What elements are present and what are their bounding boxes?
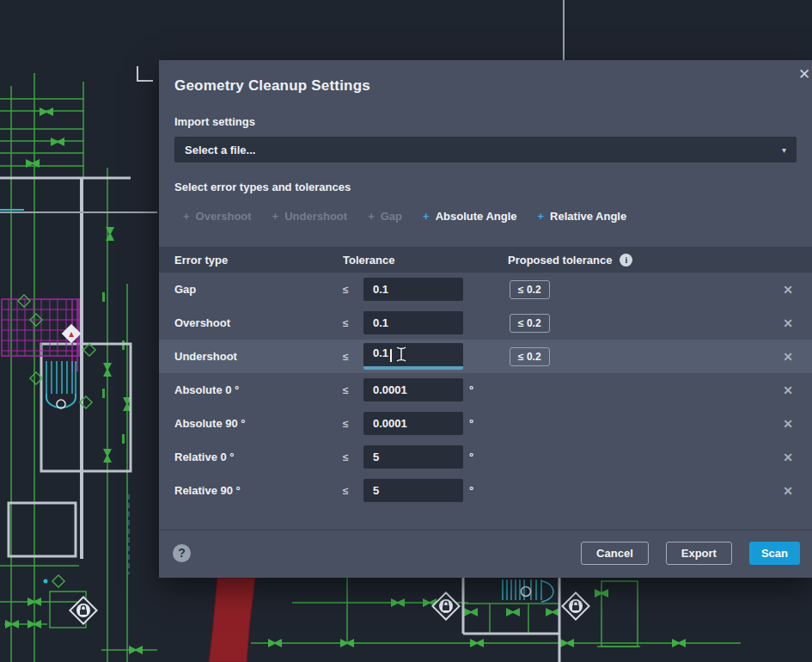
table-row: Overshoot ≤ ≤ 0.2 ✕: [159, 306, 812, 340]
lte-operator: ≤: [343, 384, 363, 396]
plus-icon: +: [183, 210, 190, 223]
info-icon[interactable]: i: [620, 254, 632, 267]
unit-label: °: [463, 484, 494, 497]
table-row: Undershoot ≤ ≤ 0.2 ✕: [159, 340, 812, 373]
remove-row-icon[interactable]: ✕: [783, 283, 797, 297]
table-row: Relative 90 ° ≤ ° ✕: [159, 474, 812, 507]
chevron-down-icon: ▾: [782, 145, 786, 155]
header-error-type: Error type: [174, 254, 343, 267]
header-tolerance: Tolerance: [343, 254, 463, 267]
import-file-select[interactable]: Select a file... ▾: [174, 137, 797, 162]
close-icon[interactable]: ✕: [798, 65, 810, 83]
table-row: Absolute 90 ° ≤ ° ✕: [159, 407, 812, 440]
table-header-row: Error type Tolerance Proposed tolerance …: [159, 247, 812, 273]
lte-operator: ≤: [343, 485, 363, 497]
geometry-cleanup-dialog: Geometry Cleanup Settings ✕ Import setti…: [159, 60, 812, 578]
error-type-label: Overshoot: [174, 316, 343, 329]
app-canvas: Geometry Cleanup Settings ✕ Import setti…: [0, 0, 812, 662]
text-caret: [390, 349, 392, 362]
header-proposed-label: Proposed tolerance: [508, 254, 612, 267]
cancel-button[interactable]: Cancel: [581, 542, 649, 565]
proposed-tolerance-chip[interactable]: ≤ 0.2: [510, 314, 550, 333]
add-button-label: Overshoot: [196, 210, 252, 223]
ibeam-cursor: [395, 346, 407, 363]
remove-row-icon[interactable]: ✕: [783, 451, 797, 464]
remove-row-icon[interactable]: ✕: [783, 383, 797, 397]
unit-label: °: [463, 417, 494, 430]
error-types-label: Select error types and tolerances: [174, 181, 797, 193]
add-button-label: Absolute Angle: [436, 210, 517, 223]
lte-operator: ≤: [343, 284, 363, 296]
tolerance-input[interactable]: [363, 311, 463, 334]
tolerance-input[interactable]: [363, 412, 463, 435]
table-row: Gap ≤ ≤ 0.2 ✕: [159, 273, 812, 306]
dialog-titlebar: Geometry Cleanup Settings ✕: [159, 60, 812, 95]
table-row: Absolute 0 ° ≤ ° ✕: [159, 373, 812, 407]
add-gap-button: + Gap: [368, 210, 402, 223]
lte-operator: ≤: [343, 451, 363, 463]
lte-operator: ≤: [343, 317, 363, 329]
export-button[interactable]: Export: [666, 542, 732, 565]
lte-operator: ≤: [343, 351, 363, 363]
add-button-label: Relative Angle: [550, 210, 626, 223]
tolerance-input[interactable]: [363, 445, 463, 469]
dialog-title: Geometry Cleanup Settings: [174, 77, 797, 95]
unit-label: °: [463, 451, 494, 463]
scan-button[interactable]: Scan: [749, 542, 800, 565]
error-type-label: Relative 0 °: [174, 451, 343, 463]
tolerance-input[interactable]: [363, 479, 463, 502]
error-type-label: Absolute 0 °: [174, 383, 343, 396]
plus-icon: +: [272, 210, 279, 223]
import-settings-label: Import settings: [174, 115, 797, 128]
tolerance-input-focused[interactable]: [363, 343, 463, 370]
add-undershoot-button: + Undershoot: [272, 210, 348, 223]
error-type-label: Absolute 90 °: [174, 417, 343, 430]
add-button-label: Undershoot: [284, 210, 347, 223]
proposed-tolerance-chip[interactable]: ≤ 0.2: [510, 347, 550, 366]
error-type-label: Undershoot: [174, 350, 343, 363]
remove-row-icon[interactable]: ✕: [783, 350, 797, 364]
tolerance-input[interactable]: [363, 278, 463, 301]
remove-row-icon[interactable]: ✕: [783, 417, 797, 431]
remove-row-icon[interactable]: ✕: [783, 484, 797, 498]
remove-row-icon[interactable]: ✕: [783, 316, 797, 330]
plus-icon: +: [423, 210, 430, 223]
lte-operator: ≤: [343, 418, 363, 430]
add-relative-angle-button[interactable]: + Relative Angle: [538, 210, 627, 223]
add-error-type-row: + Overshoot + Undershoot + Gap + Absolut…: [183, 208, 797, 224]
error-type-label: Gap: [174, 283, 343, 296]
add-button-label: Gap: [381, 210, 402, 223]
tolerance-table: Error type Tolerance Proposed tolerance …: [159, 247, 812, 507]
header-proposed: Proposed tolerance i: [494, 254, 767, 267]
error-type-label: Relative 90 °: [174, 484, 343, 497]
table-row: Relative 0 ° ≤ ° ✕: [159, 440, 812, 474]
dialog-footer: ? Cancel Export Scan: [159, 530, 812, 575]
tolerance-input[interactable]: [363, 378, 463, 401]
add-absolute-angle-button[interactable]: + Absolute Angle: [423, 210, 516, 223]
unit-label: °: [463, 383, 494, 396]
proposed-tolerance-chip[interactable]: ≤ 0.2: [510, 280, 550, 299]
add-overshoot-button: + Overshoot: [183, 210, 252, 223]
plus-icon: +: [538, 210, 545, 223]
help-icon[interactable]: ?: [173, 544, 191, 562]
file-select-value: Select a file...: [185, 144, 255, 156]
plus-icon: +: [368, 210, 375, 223]
